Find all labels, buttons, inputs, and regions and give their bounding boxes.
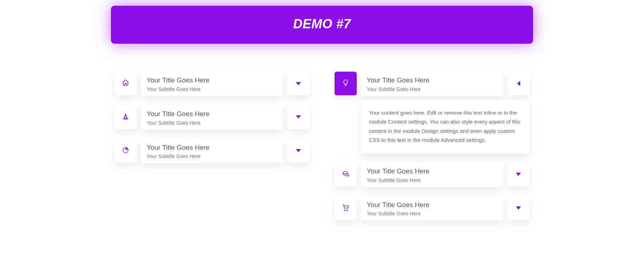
accordion-title: Your Title Goes Here [147, 76, 277, 85]
cone-icon [122, 113, 130, 122]
accordion-toggle[interactable] [507, 196, 530, 220]
accordion-item: Your Title Goes Here Your Subtitle Goes … [335, 72, 530, 153]
accordion-icon-tile [114, 139, 137, 163]
accordion-content: Your content goes here. Edit or remove t… [361, 100, 530, 153]
accordion-heading: Your Title Goes Here Your Subtitle Goes … [361, 163, 503, 187]
chevron-down-icon [296, 115, 301, 119]
cart-icon [342, 204, 350, 213]
accordion-columns: Your Title Goes Here Your Subtitle Goes … [114, 72, 530, 220]
accordion-subtitle: Your Subtitle Goes Here [147, 86, 277, 92]
banner-title: DEMO #7 [119, 16, 525, 32]
accordion-toggle[interactable] [287, 72, 309, 95]
accordion-icon-tile [114, 72, 137, 95]
accordion-subtitle: Your Subtitle Goes Here [367, 211, 497, 216]
accordion-title: Your Title Goes Here [367, 201, 497, 209]
accordion-left: Your Title Goes Here Your Subtitle Goes … [114, 72, 309, 220]
accordion-row[interactable]: Your Title Goes Here Your Subtitle Goes … [335, 196, 530, 221]
accordion-toggle[interactable] [507, 163, 530, 186]
accordion-right: Your Title Goes Here Your Subtitle Goes … [335, 72, 530, 220]
accordion-row[interactable]: Your Title Goes Here Your Subtitle Goes … [114, 139, 309, 163]
accordion-item: Your Title Goes Here Your Subtitle Goes … [335, 163, 530, 187]
accordion-title: Your Title Goes Here [367, 76, 497, 85]
accordion-toggle[interactable] [287, 139, 309, 163]
accordion-heading: Your Title Goes Here Your Subtitle Goes … [141, 105, 283, 130]
accordion-item: Your Title Goes Here Your Subtitle Goes … [335, 196, 530, 221]
accordion-icon-tile [335, 72, 357, 95]
accordion-heading: Your Title Goes Here Your Subtitle Goes … [141, 139, 283, 163]
lightbulb-icon [342, 79, 350, 88]
chevron-down-icon [296, 149, 301, 152]
accordion-heading: Your Title Goes Here Your Subtitle Goes … [361, 196, 503, 221]
accordion-title: Your Title Goes Here [147, 143, 277, 152]
pie-chart-icon [122, 146, 130, 155]
home-icon [122, 79, 130, 88]
accordion-icon-tile [335, 163, 357, 186]
chevron-down-icon [516, 206, 521, 210]
accordion-row[interactable]: Your Title Goes Here Your Subtitle Goes … [335, 72, 530, 96]
accordion-toggle[interactable] [287, 105, 309, 129]
accordion-icon-tile [335, 196, 357, 220]
accordion-subtitle: Your Subtitle Goes Here [367, 177, 497, 183]
accordion-title: Your Title Goes Here [147, 110, 277, 118]
chat-icon [342, 170, 350, 179]
accordion-icon-tile [114, 105, 137, 129]
accordion-title: Your Title Goes Here [367, 167, 497, 176]
accordion-row[interactable]: Your Title Goes Here Your Subtitle Goes … [114, 105, 309, 130]
accordion-item: Your Title Goes Here Your Subtitle Goes … [114, 105, 309, 130]
chevron-left-icon [517, 81, 520, 86]
accordion-item: Your Title Goes Here Your Subtitle Goes … [114, 72, 309, 96]
accordion-subtitle: Your Subtitle Goes Here [147, 120, 277, 126]
chevron-down-icon [296, 82, 301, 85]
accordion-toggle[interactable] [507, 72, 530, 95]
accordion-row[interactable]: Your Title Goes Here Your Subtitle Goes … [114, 72, 309, 96]
accordion-heading: Your Title Goes Here Your Subtitle Goes … [361, 72, 503, 96]
chevron-down-icon [516, 173, 521, 176]
banner: DEMO #7 [111, 6, 533, 44]
accordion-subtitle: Your Subtitle Goes Here [367, 86, 497, 92]
accordion-item: Your Title Goes Here Your Subtitle Goes … [114, 139, 309, 163]
accordion-subtitle: Your Subtitle Goes Here [147, 153, 277, 159]
accordion-heading: Your Title Goes Here Your Subtitle Goes … [141, 72, 283, 96]
accordion-row[interactable]: Your Title Goes Here Your Subtitle Goes … [335, 163, 530, 187]
